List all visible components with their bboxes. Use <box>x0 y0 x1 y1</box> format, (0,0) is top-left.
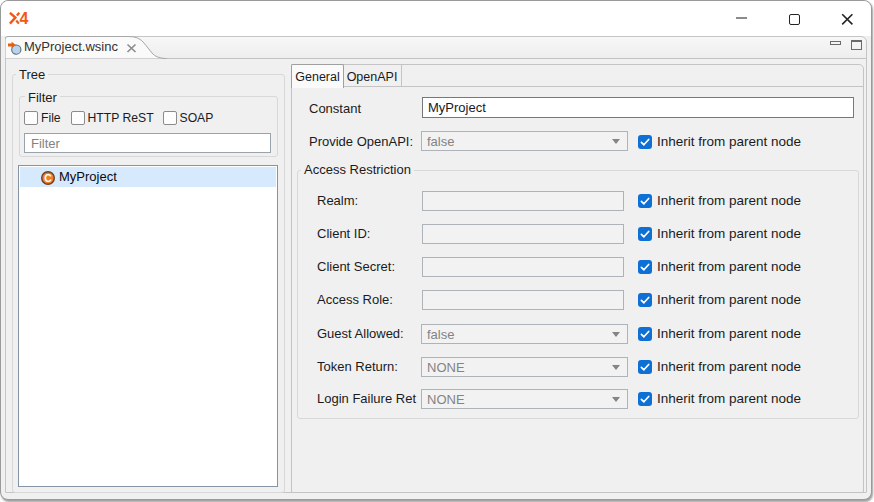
svg-text:C: C <box>44 172 52 184</box>
svg-text:4: 4 <box>20 12 29 26</box>
